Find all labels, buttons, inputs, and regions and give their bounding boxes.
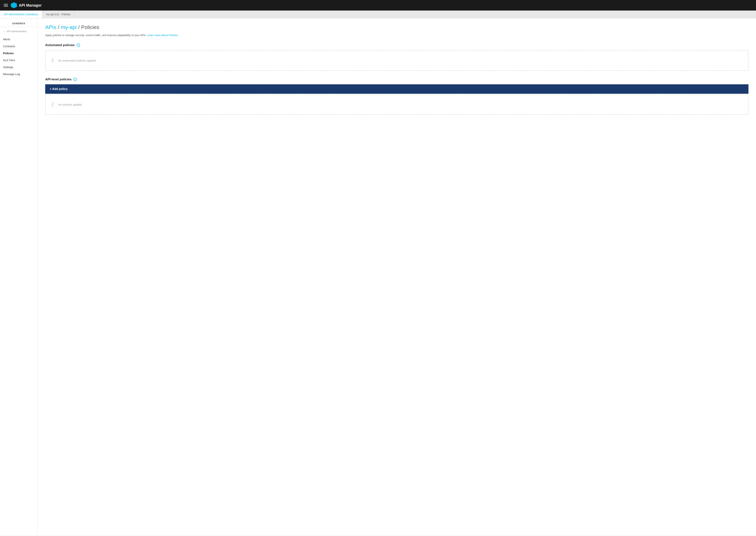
- breadcrumb-sep2: /: [78, 24, 80, 30]
- automated-policies-empty-box: No automated policies applied: [45, 50, 748, 71]
- automated-policies-section: Automated policies i No automated polici…: [45, 43, 748, 71]
- add-policy-button[interactable]: + Add policy: [45, 84, 748, 94]
- main-content: APIs / my-api / Policies Apply policies …: [38, 18, 756, 535]
- automated-policies-empty-text: No automated policies applied: [58, 59, 96, 62]
- tab-api-administration[interactable]: API Administration (Sandbox): [0, 11, 42, 18]
- tab-bar: API Administration (Sandbox) my-api (v1)…: [0, 11, 756, 18]
- api-level-policies-empty-box: No policies applied: [45, 94, 748, 115]
- back-link-label: API Administration: [7, 30, 26, 33]
- back-link[interactable]: ← API Administration: [0, 28, 37, 34]
- top-nav: API Manager: [0, 0, 756, 11]
- sandbox-label: SANDBOX: [0, 20, 37, 27]
- tab-my-api-policies[interactable]: my-api (v1) - Policies: [42, 11, 75, 18]
- breadcrumb: APIs / my-api / Policies: [45, 24, 748, 30]
- automated-policies-empty-icon: [50, 58, 55, 63]
- automated-policies-info-icon[interactable]: i: [77, 44, 80, 47]
- api-level-policies-section: API-level policies i + Add policy No pol…: [45, 78, 748, 115]
- api-level-policies-title: API-level policies: [45, 78, 72, 81]
- sidebar-item-policies[interactable]: Policies: [0, 50, 37, 57]
- sidebar-item-alerts[interactable]: Alerts: [0, 36, 37, 43]
- sidebar: SANDBOX ← API Administration Alerts Cont…: [0, 18, 38, 535]
- app-title: API Manager: [19, 3, 42, 8]
- sidebar-item-settings[interactable]: Settings: [0, 64, 37, 71]
- page-description: Apply policies to manage security, contr…: [45, 33, 748, 37]
- automated-policies-header: Automated policies i: [45, 43, 748, 47]
- breadcrumb-api-name-link[interactable]: my-api: [61, 24, 77, 30]
- api-level-policies-empty-icon: [50, 102, 55, 107]
- breadcrumb-apis-link[interactable]: APIs: [45, 24, 56, 30]
- hamburger-button[interactable]: [4, 4, 8, 7]
- api-level-policies-empty-text: No policies applied: [58, 103, 82, 106]
- api-level-policies-info-icon[interactable]: i: [73, 78, 77, 81]
- main-layout: SANDBOX ← API Administration Alerts Cont…: [0, 18, 756, 535]
- automated-policies-title: Automated policies: [45, 43, 75, 47]
- sidebar-item-contracts[interactable]: Contracts: [0, 43, 37, 50]
- sidebar-item-message-log[interactable]: Message Log: [0, 71, 37, 78]
- breadcrumb-sep1: /: [58, 24, 59, 30]
- back-arrow-icon: ←: [3, 30, 6, 33]
- anypoint-logo-icon: [11, 2, 17, 8]
- sidebar-item-sla-tiers[interactable]: SLA Tiers: [0, 57, 37, 64]
- api-level-policies-header: API-level policies i: [45, 78, 748, 81]
- logo-container: API Manager: [11, 2, 42, 8]
- learn-more-link[interactable]: Learn more about Policies: [147, 34, 178, 37]
- breadcrumb-current: Policies: [81, 24, 99, 30]
